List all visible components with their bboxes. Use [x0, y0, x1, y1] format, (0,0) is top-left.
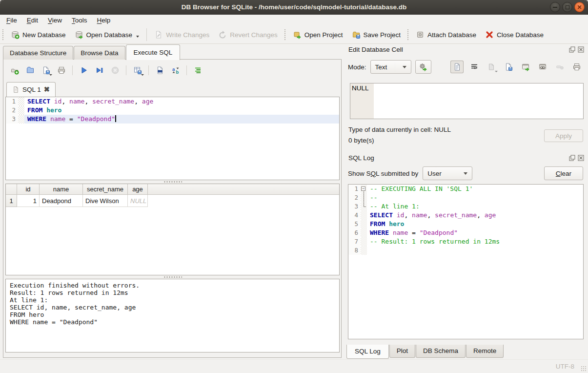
- splitter-handle[interactable]: [5, 275, 340, 279]
- maximize-button[interactable]: [562, 2, 572, 12]
- code-line: 3-- At line 1:: [348, 202, 583, 211]
- import-data-button[interactable]: [485, 61, 498, 73]
- results-table[interactable]: idnamesecret_nameage11DeadpondDive Wilso…: [5, 184, 340, 275]
- submitter-select[interactable]: User: [423, 166, 472, 180]
- close-button[interactable]: ✕: [574, 2, 585, 12]
- table-cell[interactable]: Deadpond: [40, 195, 83, 207]
- save-project-button[interactable]: Save Project: [347, 28, 406, 41]
- row-header[interactable]: 1: [6, 195, 17, 207]
- auto-apply-button[interactable]: [415, 60, 431, 74]
- open-sql-file-button[interactable]: [23, 64, 37, 77]
- print-sql-button[interactable]: [55, 64, 68, 77]
- column-header-id[interactable]: id: [17, 184, 40, 194]
- tab-plot[interactable]: Plot: [389, 345, 415, 358]
- column-header-secret_name[interactable]: secret_name: [83, 184, 128, 194]
- menu-view[interactable]: View: [43, 16, 67, 25]
- sql-editor[interactable]: 1SELECT id, name, secret_name, age2FROM …: [5, 97, 340, 180]
- code-line: 4SELECT id, name, secret_name, age: [348, 211, 583, 220]
- format-icon: [194, 66, 203, 75]
- new-database-button[interactable]: New Database: [6, 28, 70, 41]
- toolbar-handle[interactable]: [1, 28, 4, 41]
- attach-database-button[interactable]: Attach Database: [411, 28, 481, 41]
- dropdown-arrow-icon: [49, 74, 52, 76]
- format-sql-button[interactable]: [191, 64, 204, 77]
- close-tab-icon[interactable]: ✖: [44, 86, 50, 93]
- copy-link-button[interactable]: [536, 61, 549, 73]
- minimize-icon: [553, 7, 557, 8]
- fold-marker-icon[interactable]: −: [361, 185, 367, 193]
- line-number: 2: [6, 106, 18, 115]
- tab-db-schema[interactable]: DB Schema: [416, 345, 466, 358]
- table-cell[interactable]: Dive Wilson: [83, 195, 128, 207]
- column-header-name[interactable]: name: [40, 184, 83, 194]
- save-sql-file-button[interactable]: [39, 64, 52, 77]
- tab-browse-data[interactable]: Browse Data: [74, 46, 125, 60]
- print-cell-button[interactable]: [570, 61, 583, 73]
- table-cell[interactable]: 1: [17, 195, 40, 207]
- set-as-null-button[interactable]: [553, 61, 566, 73]
- sql-log-title: SQL Log: [348, 154, 374, 162]
- fold-margin: [18, 115, 24, 124]
- float-icon[interactable]: [569, 155, 575, 161]
- new-sql-tab-button[interactable]: [8, 64, 21, 77]
- sql-log-view[interactable]: 1−-- EXECUTING ALL IN 'SQL 1'2--3-- At l…: [348, 184, 584, 339]
- dropdown-arrow-icon: [141, 74, 144, 76]
- minimize-button[interactable]: [550, 2, 560, 12]
- column-header-age[interactable]: age: [128, 184, 148, 194]
- execute-current-line-button[interactable]: [93, 64, 106, 77]
- cell-value-editor[interactable]: NULL: [350, 83, 584, 119]
- menu-bar: FileEditViewToolsHelp: [0, 15, 588, 26]
- tab-remote[interactable]: Remote: [466, 345, 504, 358]
- code-line: 1−-- EXECUTING ALL IN 'SQL 1': [348, 185, 583, 193]
- float-icon[interactable]: [569, 46, 575, 53]
- close-icon: ✕: [577, 4, 582, 10]
- line-number: 5: [348, 220, 361, 228]
- open-project-button[interactable]: Open Project: [288, 28, 347, 41]
- resize-grip[interactable]: [581, 366, 587, 372]
- find-button[interactable]: [153, 64, 166, 77]
- text-cursor: [115, 115, 116, 122]
- stop-execution-button[interactable]: [108, 64, 122, 77]
- column-header-corner[interactable]: [6, 184, 17, 194]
- toolbar-handle[interactable]: [284, 28, 286, 41]
- close-database-button[interactable]: Close Database: [481, 28, 548, 41]
- fold-margin: [361, 220, 367, 228]
- toolbar-separator: [72, 65, 73, 75]
- title-bar[interactable]: DB Browser for SQLite - /home/user/code/…: [0, 0, 588, 15]
- line-number: 7: [348, 237, 361, 246]
- tab-execute-sql[interactable]: Execute SQL: [126, 44, 181, 60]
- menu-help[interactable]: Help: [92, 16, 116, 25]
- write-changes-button[interactable]: Write Changes: [150, 28, 214, 41]
- table-cell[interactable]: NULL: [128, 195, 148, 207]
- export-data-button[interactable]: [502, 61, 515, 73]
- export-results-button[interactable]: [131, 64, 144, 77]
- code-line: 7-- Result: 1 rows returned in 12ms: [348, 237, 583, 246]
- new-database-icon: [11, 30, 20, 39]
- tab-sql-log[interactable]: SQL Log: [346, 345, 389, 359]
- open-in-external-button[interactable]: [519, 61, 532, 73]
- menu-tools[interactable]: Tools: [67, 16, 92, 25]
- fold-margin: [361, 202, 367, 211]
- word-wrap-button[interactable]: [467, 61, 481, 73]
- close-icon[interactable]: [578, 155, 584, 161]
- sql-editor-tab[interactable]: SQL 1 ✖: [6, 82, 56, 97]
- fold-margin: [361, 246, 367, 255]
- open-database-button[interactable]: Open Database: [70, 28, 144, 41]
- close-icon[interactable]: [578, 46, 584, 53]
- splitter-handle[interactable]: [5, 180, 340, 184]
- clear-log-button[interactable]: Clear: [544, 166, 583, 180]
- tab-database-structure[interactable]: Database Structure: [3, 46, 73, 60]
- dropdown-arrow-icon[interactable]: [136, 36, 139, 38]
- execute-all-button[interactable]: [77, 64, 90, 77]
- menu-file[interactable]: File: [1, 16, 22, 25]
- text-view-button[interactable]: [450, 61, 464, 73]
- filter-label: Show SQL submitted by: [348, 170, 418, 177]
- toolbar-handle[interactable]: [406, 28, 409, 41]
- menu-edit[interactable]: Edit: [22, 16, 43, 25]
- close-database-label: Close Database: [497, 31, 544, 39]
- revert-changes-button[interactable]: Revert Changes: [214, 28, 282, 41]
- mode-select[interactable]: Text: [370, 60, 411, 74]
- find-replace-button[interactable]: ab: [169, 64, 182, 77]
- cell-type-info: Type of data currently in cell: NULL: [348, 126, 451, 133]
- apply-button[interactable]: Apply: [544, 129, 583, 142]
